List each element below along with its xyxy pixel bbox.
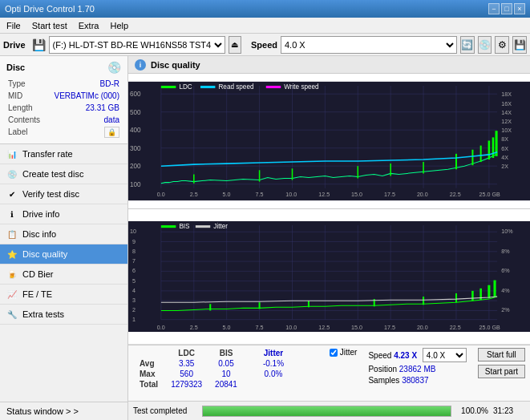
total-label: Total	[133, 379, 164, 390]
svg-text:3: 3	[132, 297, 136, 304]
svg-rect-122	[196, 225, 210, 228]
sidebar-item-verify-test-disc[interactable]: ✔ Verify test disc	[0, 184, 127, 204]
disc-label-value: 🔒	[46, 127, 119, 137]
drivebar: Drive 💾 (F:) HL-DT-ST BD-RE WH16NS58 TST…	[0, 34, 530, 56]
minimize-button[interactable]: −	[488, 3, 500, 14]
sidebar-item-create-test-disc[interactable]: 💿 Create test disc	[0, 164, 127, 184]
svg-text:2: 2	[132, 307, 136, 313]
start-part-button[interactable]: Start part	[478, 365, 525, 378]
disc-info-icon: 📋	[6, 228, 18, 240]
svg-text:15.0: 15.0	[351, 192, 362, 198]
samples-row: Samples 380837	[368, 376, 466, 385]
maximize-button[interactable]: □	[501, 3, 512, 14]
save-button[interactable]: 💾	[512, 36, 527, 54]
menubar: File Start test Extra Help	[0, 18, 530, 34]
svg-text:300: 300	[130, 145, 141, 152]
verify-test-disc-label: Verify test disc	[22, 189, 79, 199]
menu-start-test[interactable]: Start test	[29, 20, 71, 31]
svg-text:10.0: 10.0	[285, 325, 297, 331]
jitter-checkbox-area: Jitter	[330, 348, 358, 357]
svg-text:6X: 6X	[501, 146, 508, 152]
svg-text:10X: 10X	[501, 127, 512, 134]
drive-icon: 💾	[32, 38, 46, 51]
disc-quality-header-title: Disc quality	[151, 60, 200, 70]
samples-value: 380837	[402, 376, 428, 385]
top-chart: 600 500 400 300 200 100 18X 16X 14X 12X …	[128, 74, 530, 209]
ldc-header: LDC	[164, 348, 208, 358]
speed-selector[interactable]: 4.0 X	[281, 36, 457, 54]
extra-tests-icon: 🔧	[6, 309, 18, 320]
close-button[interactable]: ×	[514, 3, 525, 14]
app-title: Opti Drive Control 1.70	[5, 4, 95, 14]
speed-value: 4.23 X	[394, 351, 417, 360]
svg-rect-56	[161, 86, 176, 88]
disc-info-table: Type BD-R MID VERBATIMc (000) Length 23.…	[6, 77, 121, 139]
progress-bar-area: Test completed 100.0% 31:23	[128, 401, 530, 420]
speed-row: Speed 4.23 X 4.0 X	[368, 348, 466, 362]
bottom-chart-svg: 10 9 8 7 6 5 4 3 2 1 10% 8% 6% 4% 2%	[128, 209, 530, 344]
progress-track	[202, 406, 451, 417]
sidebar-item-cd-bier[interactable]: 🍺 CD Bier	[0, 265, 127, 285]
menu-help[interactable]: Help	[107, 20, 131, 31]
transfer-rate-label: Transfer rate	[22, 149, 73, 159]
svg-text:10%: 10%	[501, 228, 513, 235]
svg-text:5.0: 5.0	[223, 192, 231, 198]
sidebar-item-disc-quality[interactable]: ⭐ Disc quality	[0, 244, 127, 265]
menu-extra[interactable]: Extra	[75, 20, 103, 31]
svg-rect-58	[200, 86, 215, 88]
sidebar-item-transfer-rate[interactable]: 📊 Transfer rate	[0, 144, 127, 164]
disc-quality-header: i Disc quality	[128, 56, 530, 74]
sidebar-item-drive-info[interactable]: ℹ Drive info	[0, 204, 127, 224]
max-label: Max	[133, 369, 164, 379]
sidebar-item-fe-te[interactable]: 📈 FE / TE	[0, 285, 127, 305]
disc-length-value: 23.31 GB	[46, 103, 119, 113]
progress-percent: 100.0%	[456, 406, 488, 415]
total-ldc: 1279323	[164, 379, 208, 390]
svg-text:10: 10	[130, 228, 136, 235]
label-edit-button[interactable]: 🔒	[104, 127, 119, 138]
drive-selector[interactable]: (F:) HL-DT-ST BD-RE WH16NS58 TST4	[49, 36, 225, 54]
svg-text:7.5: 7.5	[255, 192, 263, 198]
position-row: Position 23862 MB	[368, 365, 466, 374]
avg-bis: 0.05	[208, 358, 244, 369]
svg-text:100: 100	[130, 181, 141, 188]
speed-selector-stats[interactable]: 4.0 X	[423, 348, 467, 362]
sidebar-item-disc-info[interactable]: 📋 Disc info	[0, 224, 127, 244]
max-bis: 10	[208, 369, 244, 379]
bottom-chart: 10 9 8 7 6 5 4 3 2 1 10% 8% 6% 4% 2%	[128, 209, 530, 345]
window-controls: − □ ×	[488, 3, 525, 14]
status-window-button[interactable]: Status window > >	[0, 402, 127, 420]
svg-text:18X: 18X	[501, 91, 512, 98]
max-ldc: 560	[164, 369, 208, 379]
svg-text:6%: 6%	[501, 268, 510, 274]
time-elapsed: 31:23	[493, 406, 525, 415]
svg-text:6: 6	[132, 268, 136, 274]
progress-status-text: Test completed	[133, 406, 197, 415]
eject-button[interactable]: ⏏	[229, 36, 241, 54]
jitter-checkbox[interactable]	[330, 349, 338, 357]
svg-text:2X: 2X	[501, 164, 508, 170]
disc-icon-button[interactable]: 💿	[478, 36, 492, 54]
avg-ldc: 3.35	[164, 358, 208, 369]
refresh-button[interactable]: 🔄	[460, 36, 475, 54]
verify-test-disc-icon: ✔	[6, 188, 18, 200]
svg-text:7: 7	[132, 258, 136, 265]
cd-bier-label: CD Bier	[22, 269, 54, 279]
svg-text:20.0: 20.0	[417, 325, 428, 331]
disc-length-label: Length	[8, 103, 44, 113]
svg-rect-120	[161, 225, 176, 228]
svg-text:600: 600	[130, 91, 141, 98]
start-full-button[interactable]: Start full	[478, 348, 525, 361]
disc-quality-label: Disc quality	[22, 249, 67, 259]
speed-label: Speed	[251, 40, 277, 50]
menu-file[interactable]: File	[3, 20, 24, 31]
svg-text:5.0: 5.0	[223, 325, 231, 331]
svg-text:10.0: 10.0	[285, 192, 297, 198]
sidebar-item-extra-tests[interactable]: 🔧 Extra tests	[0, 305, 127, 325]
svg-text:22.5: 22.5	[450, 325, 461, 331]
svg-text:500: 500	[130, 109, 141, 116]
settings-button[interactable]: ⚙	[495, 36, 509, 54]
avg-jitter: -0.1%	[257, 358, 290, 369]
svg-text:14X: 14X	[501, 110, 512, 116]
max-jitter: 0.0%	[257, 369, 290, 379]
